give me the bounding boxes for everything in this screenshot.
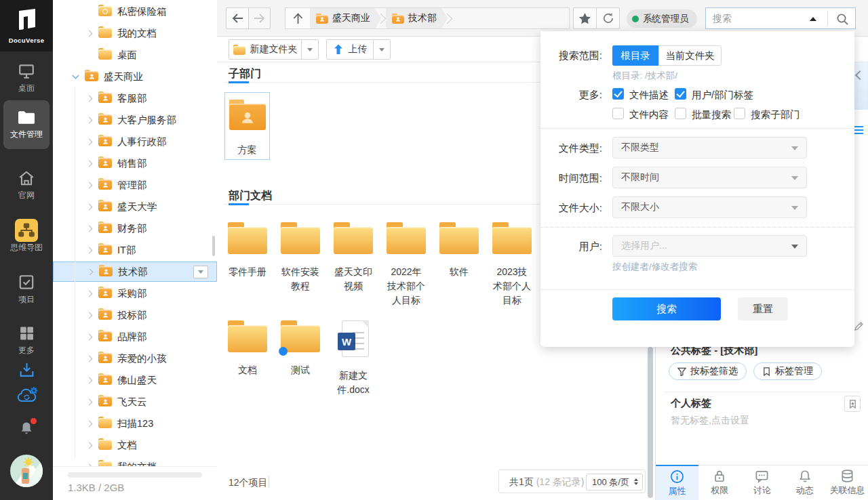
expand-arrow-icon[interactable]: [84, 397, 94, 407]
expand-arrow-icon[interactable]: [71, 72, 81, 82]
checkbox-批量搜索[interactable]: [675, 108, 686, 119]
upload-dropdown[interactable]: [373, 39, 391, 60]
tree-item-盛天商业[interactable]: 盛天商业: [53, 66, 217, 87]
folder-tile[interactable]: 测试: [277, 319, 323, 410]
expand-arrow-icon[interactable]: [84, 159, 94, 169]
expand-arrow-icon[interactable]: [84, 332, 94, 342]
new-folder-dropdown[interactable]: [301, 39, 319, 60]
bell-button[interactable]: [0, 420, 53, 439]
expand-arrow-icon[interactable]: [84, 245, 94, 255]
cloud-sync-button[interactable]: [0, 386, 53, 404]
sidebar-item-folder[interactable]: 文件管理: [0, 107, 53, 140]
tree-item-飞天云[interactable]: 飞天云: [53, 392, 217, 412]
expand-arrow-icon[interactable]: [84, 50, 94, 60]
sidebar-item-more[interactable]: 更多: [0, 323, 53, 356]
back-button[interactable]: [226, 7, 249, 29]
tree-item-管理部[interactable]: 管理部: [53, 175, 217, 195]
app-logo[interactable]: DocuVerse: [0, 0, 53, 51]
folder-tile[interactable]: 软件: [436, 221, 482, 312]
tree-item-采购部[interactable]: 采购部: [53, 283, 217, 304]
search-input[interactable]: 搜索: [705, 7, 856, 29]
tree-item-亲爱的小孩[interactable]: 亲爱的小孩: [53, 348, 217, 369]
up-button[interactable]: [285, 8, 310, 28]
sidebar-item-home[interactable]: 官网: [0, 168, 53, 201]
breadcrumb-技术部[interactable]: 技术部: [386, 8, 448, 28]
tree-item-桌面[interactable]: 桌面: [53, 45, 217, 65]
folder-tile[interactable]: 软件安装教程: [277, 221, 323, 312]
expand-arrow-icon[interactable]: [84, 224, 94, 234]
checkbox-用户/部门标签[interactable]: [675, 88, 686, 100]
folder-tile[interactable]: 2022年技术部个人目标: [383, 221, 429, 312]
tree-item-menu-button[interactable]: [193, 266, 208, 278]
refresh-button[interactable]: [596, 7, 620, 29]
folder-tile-fangan[interactable]: 方案: [224, 92, 270, 160]
tab-动态[interactable]: 动态: [783, 465, 826, 500]
tree-item-财务部[interactable]: 财务部: [53, 218, 217, 238]
tree-item-文档[interactable]: 文档: [53, 435, 217, 455]
tree-item-技术部[interactable]: 技术部: [53, 262, 217, 282]
tree-item-销售部[interactable]: 销售部: [53, 153, 217, 173]
tree-item-佛山盛天[interactable]: 佛山盛天: [53, 370, 217, 390]
breadcrumb-盛天商业[interactable]: 盛天商业: [310, 8, 381, 28]
tab-关联信息[interactable]: 关联信息: [826, 465, 868, 500]
checkbox-搜索子部门[interactable]: [734, 108, 745, 119]
expand-arrow-icon[interactable]: [84, 115, 94, 125]
tree-item-我的文档[interactable]: 我的文档: [53, 23, 217, 43]
sidebar-item-project[interactable]: 项目: [0, 272, 53, 306]
tree-item-我的文档[interactable]: 我的文档: [53, 457, 217, 466]
expand-arrow-icon[interactable]: [84, 310, 94, 320]
sidebar-item-mindmap[interactable]: 思维导图: [0, 220, 53, 253]
search-icon[interactable]: [836, 13, 849, 26]
checkbox-文件描述[interactable]: [612, 88, 624, 100]
tree-scrollbar[interactable]: [212, 236, 215, 256]
expand-arrow-icon[interactable]: [84, 7, 94, 17]
new-folder-button[interactable]: 新建文件夹: [229, 39, 302, 60]
expand-arrow-icon[interactable]: [84, 419, 94, 429]
folder-tile[interactable]: 2023技术部个人目标: [489, 221, 535, 312]
tree-item-IT部[interactable]: IT部: [53, 240, 217, 260]
main-scrollbar[interactable]: [648, 347, 653, 498]
forward-button[interactable]: [248, 7, 271, 29]
expand-arrow-icon[interactable]: [84, 440, 94, 451]
expand-arrow-icon[interactable]: [84, 180, 94, 190]
expand-arrow-icon[interactable]: [84, 137, 94, 147]
tree-item-人事行政部[interactable]: 人事行政部: [53, 131, 217, 152]
expand-arrow-icon[interactable]: [84, 28, 94, 39]
expand-arrow-icon[interactable]: [84, 202, 94, 212]
expand-arrow-icon[interactable]: [84, 93, 94, 104]
tree-item-扫描123[interactable]: 扫描123: [53, 413, 217, 434]
scope-root-option[interactable]: 根目录: [612, 45, 658, 66]
sidebar-item-desktop[interactable]: 桌面: [0, 61, 53, 94]
expand-arrow-icon[interactable]: [84, 354, 94, 364]
edit-pencil-icon[interactable]: [854, 321, 864, 331]
tree-item-品牌部[interactable]: 品牌部: [53, 327, 217, 347]
search-submit-button[interactable]: 搜索: [612, 297, 721, 320]
checkbox-文件内容[interactable]: [612, 108, 624, 119]
collapse-search-options-icon[interactable]: [810, 17, 816, 21]
personal-tag-edit-button[interactable]: [844, 396, 861, 412]
expand-arrow-icon[interactable]: [84, 289, 94, 299]
tab-讨论[interactable]: 讨论: [741, 465, 784, 500]
favorite-button[interactable]: [573, 7, 597, 29]
file-type-select[interactable]: 不限类型: [612, 137, 807, 159]
scope-current-option[interactable]: 当前文件夹: [658, 45, 722, 66]
file-size-select[interactable]: 不限大小: [612, 196, 807, 218]
tree-item-盛天大学[interactable]: 盛天大学: [53, 196, 217, 217]
current-user-badge[interactable]: 系统管理员: [627, 9, 697, 28]
folder-tile[interactable]: 文档: [224, 319, 271, 410]
search-reset-button[interactable]: 重置: [738, 297, 788, 320]
tree-item-投标部[interactable]: 投标部: [53, 305, 217, 325]
file-tile[interactable]: W新建文件.docx: [330, 319, 376, 410]
per-page-select[interactable]: 100 条/页: [586, 474, 643, 491]
tag-manage-button[interactable]: 标签管理: [753, 362, 822, 380]
filter-by-tag-button[interactable]: 按标签筛选: [669, 362, 747, 380]
folder-tile[interactable]: 零件手册: [224, 221, 271, 312]
time-range-select[interactable]: 不限时间: [612, 167, 807, 188]
tree-item-大客户服务部[interactable]: 大客户服务部: [53, 110, 217, 130]
tab-属性[interactable]: 属性: [656, 465, 698, 500]
expand-arrow-icon[interactable]: [84, 375, 94, 386]
expand-arrow-icon[interactable]: [85, 267, 95, 277]
download-button[interactable]: [0, 362, 53, 377]
tree-item-客服部[interactable]: 客服部: [53, 88, 217, 108]
user-avatar[interactable]: [0, 455, 53, 487]
